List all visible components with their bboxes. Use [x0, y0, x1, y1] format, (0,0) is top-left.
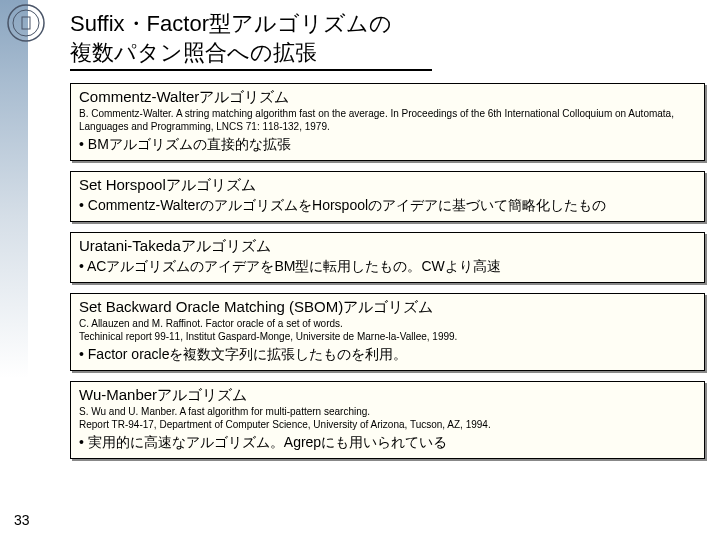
- box-title: Wu-Manberアルゴリズム: [79, 386, 696, 405]
- svg-point-1: [13, 10, 39, 36]
- algorithm-box: Wu-Manberアルゴリズム S. Wu and U. Manber. A f…: [70, 381, 705, 459]
- slide: Suffix・Factor型アルゴリズムの 複数パタン照合への拡張 Commen…: [0, 0, 720, 540]
- svg-rect-2: [22, 17, 30, 29]
- title-line-1: Suffix・Factor型アルゴリズムの: [70, 11, 392, 36]
- box-title: Commentz-Walterアルゴリズム: [79, 88, 696, 107]
- algorithm-box: Commentz-Walterアルゴリズム B. Commentz-Walter…: [70, 83, 705, 161]
- slide-title: Suffix・Factor型アルゴリズムの 複数パタン照合への拡張: [70, 10, 432, 71]
- citation: C. Allauzen and M. Raffinot. Factor orac…: [79, 318, 696, 343]
- box-title: Set Backward Oracle Matching (SBOM)アルゴリズ…: [79, 298, 696, 317]
- bullet-text: • Factor oracleを複数文字列に拡張したものを利用。: [79, 346, 696, 364]
- bullet-text: • ACアルゴリズムのアイデアをBM型に転用したもの。CWより高速: [79, 258, 696, 276]
- box-title: Uratani-Takedaアルゴリズム: [79, 237, 696, 256]
- box-title: Set Horspoolアルゴリズム: [79, 176, 696, 195]
- page-number: 33: [14, 512, 30, 528]
- title-line-2: 複数パタン照合への拡張: [70, 40, 317, 65]
- content-area: Suffix・Factor型アルゴリズムの 複数パタン照合への拡張 Commen…: [70, 10, 705, 525]
- bullet-text: • BMアルゴリズムの直接的な拡張: [79, 136, 696, 154]
- algorithm-box: Set Horspoolアルゴリズム • Commentz-Walterのアルゴ…: [70, 171, 705, 222]
- algorithm-box: Uratani-Takedaアルゴリズム • ACアルゴリズムのアイデアをBM型…: [70, 232, 705, 283]
- algorithm-box: Set Backward Oracle Matching (SBOM)アルゴリズ…: [70, 293, 705, 371]
- bullet-text: • Commentz-WalterのアルゴリズムをHorspoolのアイデアに基…: [79, 197, 696, 215]
- logo-seal: [6, 3, 46, 43]
- citation: S. Wu and U. Manber. A fast algorithm fo…: [79, 406, 696, 431]
- side-gradient: [0, 0, 28, 540]
- bullet-text: • 実用的に高速なアルゴリズム。Agrepにも用いられている: [79, 434, 696, 452]
- citation: B. Commentz-Walter. A string matching al…: [79, 108, 696, 133]
